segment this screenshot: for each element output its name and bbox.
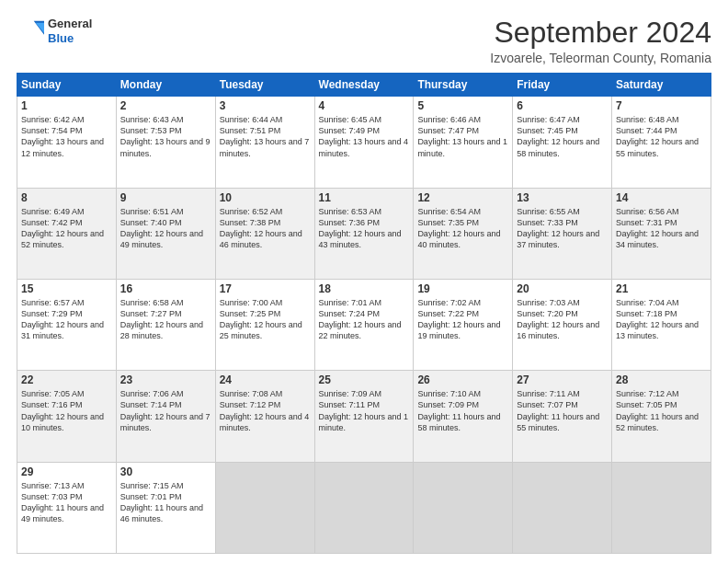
table-row: 2Sunrise: 6:43 AMSunset: 7:53 PMDaylight… xyxy=(116,97,215,188)
table-row: 22Sunrise: 7:05 AMSunset: 7:16 PMDayligh… xyxy=(17,371,117,462)
cell-info: Sunrise: 6:52 AMSunset: 7:38 PMDaylight:… xyxy=(220,206,311,251)
day-number: 5 xyxy=(417,99,508,112)
cell-info: Sunrise: 7:09 AMSunset: 7:11 PMDaylight:… xyxy=(319,388,410,433)
logo-icon xyxy=(17,17,44,45)
table-row: 25Sunrise: 7:09 AMSunset: 7:11 PMDayligh… xyxy=(314,371,414,462)
table-row: 5Sunrise: 6:46 AMSunset: 7:47 PMDaylight… xyxy=(414,97,513,188)
cell-info: Sunrise: 6:51 AMSunset: 7:40 PMDaylight:… xyxy=(120,206,211,251)
day-number: 18 xyxy=(319,282,410,295)
cell-info: Sunrise: 7:00 AMSunset: 7:25 PMDaylight:… xyxy=(220,297,311,342)
table-row: 9Sunrise: 6:51 AMSunset: 7:40 PMDaylight… xyxy=(116,188,215,279)
cell-info: Sunrise: 6:44 AMSunset: 7:51 PMDaylight:… xyxy=(220,114,311,159)
cell-info: Sunrise: 6:48 AMSunset: 7:44 PMDaylight:… xyxy=(616,114,707,159)
cell-info: Sunrise: 6:54 AMSunset: 7:35 PMDaylight:… xyxy=(417,206,508,251)
table-row: 27Sunrise: 7:11 AMSunset: 7:07 PMDayligh… xyxy=(513,371,612,462)
cell-info: Sunrise: 7:10 AMSunset: 7:09 PMDaylight:… xyxy=(417,388,508,433)
cell-info: Sunrise: 6:46 AMSunset: 7:47 PMDaylight:… xyxy=(417,114,508,159)
col-sunday: Sunday xyxy=(17,74,117,97)
day-number: 3 xyxy=(220,99,311,112)
table-row: 24Sunrise: 7:08 AMSunset: 7:12 PMDayligh… xyxy=(215,371,314,462)
day-number: 22 xyxy=(21,373,112,386)
table-row xyxy=(612,462,711,553)
day-number: 6 xyxy=(517,99,608,112)
table-row: 14Sunrise: 6:56 AMSunset: 7:31 PMDayligh… xyxy=(612,188,711,279)
title-block: September 2024 Izvoarele, Teleorman Coun… xyxy=(490,17,711,65)
cell-info: Sunrise: 7:03 AMSunset: 7:20 PMDaylight:… xyxy=(517,297,608,342)
table-row: 7Sunrise: 6:48 AMSunset: 7:44 PMDaylight… xyxy=(612,97,711,188)
day-number: 21 xyxy=(616,282,707,295)
table-row: 6Sunrise: 6:47 AMSunset: 7:45 PMDaylight… xyxy=(513,97,612,188)
table-row: 15Sunrise: 6:57 AMSunset: 7:29 PMDayligh… xyxy=(17,279,117,370)
day-number: 25 xyxy=(319,373,410,386)
table-row xyxy=(314,462,414,553)
calendar-header-row: Sunday Monday Tuesday Wednesday Thursday… xyxy=(17,74,711,97)
calendar-week-row: 1Sunrise: 6:42 AMSunset: 7:54 PMDaylight… xyxy=(17,97,711,188)
table-row: 19Sunrise: 7:02 AMSunset: 7:22 PMDayligh… xyxy=(414,279,513,370)
logo-blue: Blue xyxy=(48,31,92,46)
day-number: 7 xyxy=(616,99,707,112)
calendar-week-row: 15Sunrise: 6:57 AMSunset: 7:29 PMDayligh… xyxy=(17,279,711,370)
cell-info: Sunrise: 6:49 AMSunset: 7:42 PMDaylight:… xyxy=(21,206,112,251)
day-number: 1 xyxy=(21,99,112,112)
col-wednesday: Wednesday xyxy=(314,74,414,97)
cell-info: Sunrise: 7:11 AMSunset: 7:07 PMDaylight:… xyxy=(517,388,608,433)
day-number: 2 xyxy=(120,99,211,112)
table-row: 3Sunrise: 6:44 AMSunset: 7:51 PMDaylight… xyxy=(215,97,314,188)
day-number: 24 xyxy=(220,373,311,386)
location: Izvoarele, Teleorman County, Romania xyxy=(490,51,711,65)
day-number: 4 xyxy=(319,99,410,112)
table-row xyxy=(414,462,513,553)
month-title: September 2024 xyxy=(490,17,711,49)
day-number: 29 xyxy=(21,465,112,478)
day-number: 15 xyxy=(21,282,112,295)
cell-info: Sunrise: 7:02 AMSunset: 7:22 PMDaylight:… xyxy=(417,297,508,342)
col-thursday: Thursday xyxy=(414,74,513,97)
day-number: 12 xyxy=(417,191,508,204)
calendar-week-row: 22Sunrise: 7:05 AMSunset: 7:16 PMDayligh… xyxy=(17,371,711,462)
cell-info: Sunrise: 7:04 AMSunset: 7:18 PMDaylight:… xyxy=(616,297,707,342)
table-row: 8Sunrise: 6:49 AMSunset: 7:42 PMDaylight… xyxy=(17,188,117,279)
table-row: 10Sunrise: 6:52 AMSunset: 7:38 PMDayligh… xyxy=(215,188,314,279)
day-number: 11 xyxy=(319,191,410,204)
day-number: 28 xyxy=(616,373,707,386)
table-row: 16Sunrise: 6:58 AMSunset: 7:27 PMDayligh… xyxy=(116,279,215,370)
day-number: 23 xyxy=(120,373,211,386)
cell-info: Sunrise: 7:06 AMSunset: 7:14 PMDaylight:… xyxy=(120,388,211,433)
cell-info: Sunrise: 6:55 AMSunset: 7:33 PMDaylight:… xyxy=(517,206,608,251)
table-row: 12Sunrise: 6:54 AMSunset: 7:35 PMDayligh… xyxy=(414,188,513,279)
col-friday: Friday xyxy=(513,74,612,97)
day-number: 14 xyxy=(616,191,707,204)
cell-info: Sunrise: 6:57 AMSunset: 7:29 PMDaylight:… xyxy=(21,297,112,342)
day-number: 17 xyxy=(220,282,311,295)
calendar-week-row: 29Sunrise: 7:13 AMSunset: 7:03 PMDayligh… xyxy=(17,462,711,553)
table-row: 29Sunrise: 7:13 AMSunset: 7:03 PMDayligh… xyxy=(17,462,117,553)
cell-info: Sunrise: 6:58 AMSunset: 7:27 PMDaylight:… xyxy=(120,297,211,342)
cell-info: Sunrise: 7:15 AMSunset: 7:01 PMDaylight:… xyxy=(120,480,211,525)
day-number: 27 xyxy=(517,373,608,386)
col-saturday: Saturday xyxy=(612,74,711,97)
cell-info: Sunrise: 6:56 AMSunset: 7:31 PMDaylight:… xyxy=(616,206,707,251)
page: General Blue September 2024 Izvoarele, T… xyxy=(0,0,728,563)
cell-info: Sunrise: 7:08 AMSunset: 7:12 PMDaylight:… xyxy=(220,388,311,433)
day-number: 16 xyxy=(120,282,211,295)
logo: General Blue xyxy=(17,17,92,45)
day-number: 20 xyxy=(517,282,608,295)
cell-info: Sunrise: 7:05 AMSunset: 7:16 PMDaylight:… xyxy=(21,388,112,433)
table-row xyxy=(215,462,314,553)
calendar-week-row: 8Sunrise: 6:49 AMSunset: 7:42 PMDaylight… xyxy=(17,188,711,279)
day-number: 10 xyxy=(220,191,311,204)
table-row: 30Sunrise: 7:15 AMSunset: 7:01 PMDayligh… xyxy=(116,462,215,553)
col-tuesday: Tuesday xyxy=(215,74,314,97)
day-number: 26 xyxy=(417,373,508,386)
table-row: 20Sunrise: 7:03 AMSunset: 7:20 PMDayligh… xyxy=(513,279,612,370)
table-row: 17Sunrise: 7:00 AMSunset: 7:25 PMDayligh… xyxy=(215,279,314,370)
day-number: 8 xyxy=(21,191,112,204)
table-row: 1Sunrise: 6:42 AMSunset: 7:54 PMDaylight… xyxy=(17,97,117,188)
cell-info: Sunrise: 6:42 AMSunset: 7:54 PMDaylight:… xyxy=(21,114,112,159)
table-row xyxy=(513,462,612,553)
logo-general: General xyxy=(48,17,92,31)
day-number: 19 xyxy=(417,282,508,295)
day-number: 9 xyxy=(120,191,211,204)
cell-info: Sunrise: 6:47 AMSunset: 7:45 PMDaylight:… xyxy=(517,114,608,159)
table-row: 28Sunrise: 7:12 AMSunset: 7:05 PMDayligh… xyxy=(612,371,711,462)
